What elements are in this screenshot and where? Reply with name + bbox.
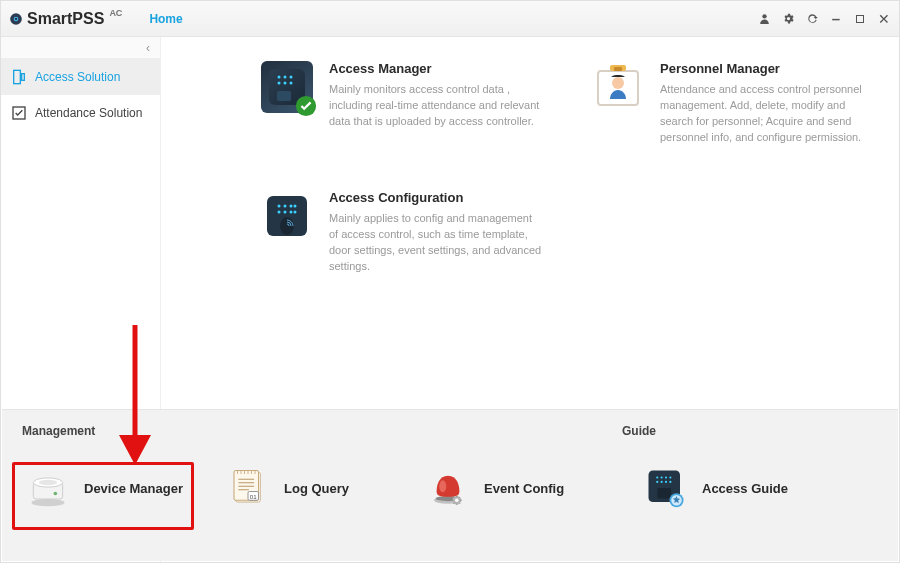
access-manager-icon (261, 61, 313, 113)
app-name: SmartPSS (27, 10, 104, 28)
personnel-manager-icon (592, 61, 644, 113)
svg-point-51 (661, 481, 663, 483)
svg-point-9 (278, 76, 281, 79)
svg-rect-6 (22, 74, 25, 81)
maximize-icon[interactable] (853, 12, 867, 26)
card-title: Access Configuration (329, 190, 544, 205)
card-desc: Mainly applies to config and management … (329, 211, 544, 275)
device-manager-button[interactable]: Device Manager (26, 466, 226, 510)
mgmt-item-label: Device Manager (84, 481, 183, 496)
svg-point-42 (439, 480, 446, 492)
svg-point-47 (661, 476, 663, 478)
device-manager-icon (26, 466, 70, 510)
svg-point-3 (762, 14, 766, 18)
close-icon[interactable]: ✕ (877, 12, 891, 26)
svg-rect-54 (657, 488, 671, 499)
svg-point-2 (15, 17, 17, 19)
card-desc: Mainly monitors access control data , in… (329, 82, 544, 130)
chevron-left-icon: ‹ (146, 41, 150, 55)
sync-icon[interactable] (805, 12, 819, 26)
svg-rect-5 (14, 70, 21, 83)
mgmt-item-label: Log Query (284, 481, 349, 496)
minimize-icon[interactable]: – (829, 12, 843, 26)
svg-point-27 (284, 210, 287, 213)
svg-point-26 (278, 210, 281, 213)
access-guide-button[interactable]: Access Guide (644, 466, 844, 510)
svg-point-46 (656, 476, 658, 478)
svg-point-13 (284, 82, 287, 85)
svg-point-25 (294, 204, 297, 207)
card-desc: Attendance and access control personnel … (660, 82, 875, 146)
card-access-manager[interactable]: Access Manager Mainly monitors access co… (261, 61, 544, 146)
svg-point-11 (290, 76, 293, 79)
svg-point-31 (32, 499, 65, 506)
svg-rect-19 (614, 67, 622, 71)
log-query-button[interactable]: 01 Log Query (226, 466, 426, 510)
title-bar: SmartPSS AC Home – ✕ (1, 1, 899, 37)
svg-point-24 (290, 204, 293, 207)
svg-text:01: 01 (250, 493, 257, 500)
access-guide-icon (644, 466, 688, 510)
card-access-configuration[interactable]: Access Configuration Mainly applies to c… (261, 190, 544, 275)
sidebar-collapse-button[interactable]: ‹ (1, 37, 160, 59)
tab-home[interactable]: Home (149, 12, 182, 26)
mgmt-item-label: Access Guide (702, 481, 788, 496)
app-name-suffix: AC (109, 8, 122, 18)
event-config-icon (426, 466, 470, 510)
svg-point-23 (284, 204, 287, 207)
sidebar-item-access-solution[interactable]: Access Solution (1, 59, 160, 95)
gear-icon[interactable] (781, 12, 795, 26)
app-logo: SmartPSS AC (9, 10, 121, 28)
svg-point-50 (656, 481, 658, 483)
sidebar-item-attendance-solution[interactable]: Attendance Solution (1, 95, 160, 131)
svg-point-12 (278, 82, 281, 85)
svg-point-52 (665, 481, 667, 483)
card-personnel-manager[interactable]: Personnel Manager Attendance and access … (592, 61, 875, 146)
sidebar-item-label: Attendance Solution (35, 106, 142, 120)
log-query-icon: 01 (226, 466, 270, 510)
user-icon[interactable] (757, 12, 771, 26)
svg-point-20 (612, 77, 624, 89)
svg-point-49 (669, 476, 671, 478)
event-config-button[interactable]: Event Config (426, 466, 626, 510)
guide-header: Guide (622, 424, 656, 438)
checkbox-icon (11, 105, 27, 121)
svg-point-34 (39, 480, 57, 486)
sidebar-item-label: Access Solution (35, 70, 120, 84)
svg-rect-15 (277, 91, 291, 101)
svg-point-29 (294, 210, 297, 213)
svg-rect-4 (857, 15, 864, 22)
management-strip: Management Guide Device Manager (2, 409, 898, 561)
titlebar-controls: – ✕ (757, 12, 891, 26)
card-title: Personnel Manager (660, 61, 875, 76)
door-icon (11, 69, 27, 85)
svg-point-28 (290, 210, 293, 213)
svg-point-44 (455, 499, 459, 503)
access-configuration-icon (261, 190, 313, 242)
card-title: Access Manager (329, 61, 544, 76)
management-header: Management (22, 424, 622, 438)
svg-point-35 (54, 492, 58, 496)
svg-point-48 (665, 476, 667, 478)
svg-point-14 (290, 82, 293, 85)
svg-point-22 (278, 204, 281, 207)
app-logo-icon (9, 12, 23, 26)
svg-point-10 (284, 76, 287, 79)
mgmt-item-label: Event Config (484, 481, 564, 496)
svg-point-53 (669, 481, 671, 483)
